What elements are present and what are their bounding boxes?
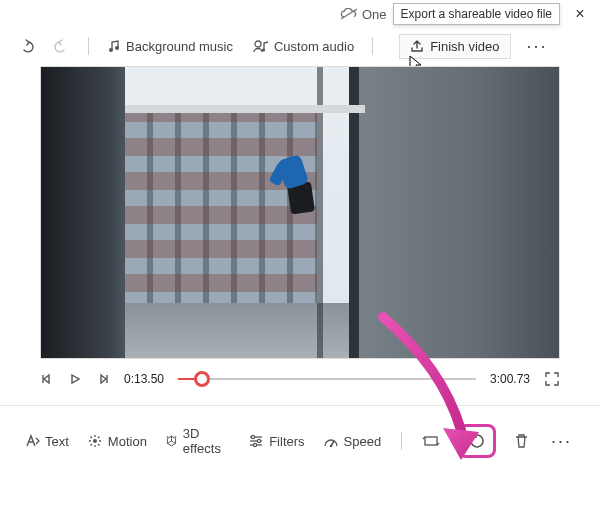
crop-button[interactable]	[422, 434, 440, 448]
svg-point-17	[329, 445, 332, 448]
rotate-button[interactable]	[458, 424, 496, 458]
undo-icon	[18, 38, 34, 54]
background-music-label: Background music	[126, 39, 233, 54]
speed-label: Speed	[344, 434, 382, 449]
svg-rect-18	[425, 437, 437, 445]
3d-effects-button[interactable]: 3D effects	[165, 426, 230, 456]
play-button[interactable]	[68, 372, 82, 386]
seek-handle[interactable]	[194, 371, 210, 387]
cloud-off-icon	[340, 8, 358, 20]
separator	[88, 37, 89, 55]
fullscreen-icon	[544, 371, 560, 387]
onedrive-label: One	[362, 7, 387, 22]
total-time: 3:00.73	[490, 372, 530, 386]
filters-button[interactable]: Filters	[248, 434, 304, 449]
custom-audio-icon	[253, 39, 269, 53]
export-icon	[410, 39, 424, 53]
previous-frame-button[interactable]	[40, 372, 54, 386]
speed-icon	[323, 434, 339, 448]
svg-point-4	[262, 48, 265, 51]
svg-point-8	[175, 436, 177, 438]
svg-point-9	[166, 436, 168, 438]
motion-button[interactable]: Motion	[87, 433, 147, 449]
redo-button[interactable]	[50, 34, 74, 58]
separator	[372, 37, 373, 55]
onedrive-status: One	[340, 7, 387, 22]
next-frame-icon	[96, 372, 110, 386]
motion-label: Motion	[108, 434, 147, 449]
playback-controls: 0:13.50 3:00.73	[0, 359, 600, 397]
speed-button[interactable]: Speed	[323, 434, 382, 449]
rotate-icon	[467, 431, 487, 451]
separator	[401, 432, 402, 450]
motion-icon	[87, 433, 103, 449]
svg-point-7	[93, 439, 97, 443]
filters-label: Filters	[269, 434, 304, 449]
svg-point-15	[254, 443, 257, 446]
toolbar-more-button[interactable]: ···	[523, 36, 552, 57]
crop-icon	[422, 434, 440, 448]
current-time: 0:13.50	[124, 372, 164, 386]
undo-button[interactable]	[14, 34, 38, 58]
seek-bar[interactable]	[178, 369, 476, 389]
text-label: Text	[45, 434, 69, 449]
video-preview[interactable]	[40, 66, 560, 359]
text-icon	[24, 434, 40, 448]
delete-button[interactable]	[514, 433, 529, 449]
fullscreen-button[interactable]	[544, 371, 560, 387]
next-frame-button[interactable]	[96, 372, 110, 386]
finish-video-label: Finish video	[430, 39, 499, 54]
text-button[interactable]: Text	[24, 434, 69, 449]
finish-video-button[interactable]: Finish video	[399, 34, 510, 59]
svg-point-3	[255, 41, 261, 47]
bottom-more-button[interactable]: ···	[547, 431, 576, 452]
redo-icon	[54, 38, 70, 54]
music-note-icon	[107, 39, 121, 53]
finish-video-tooltip: Export a shareable video file	[393, 3, 560, 25]
3d-effects-label: 3D effects	[183, 426, 230, 456]
custom-audio-label: Custom audio	[274, 39, 354, 54]
background-music-button[interactable]: Background music	[103, 35, 237, 58]
title-bar: One Export a shareable video file ×	[0, 0, 600, 28]
svg-point-13	[252, 435, 255, 438]
play-icon	[68, 372, 82, 386]
video-stage-wrap	[0, 64, 600, 359]
filters-icon	[248, 434, 264, 448]
svg-point-2	[115, 46, 119, 50]
top-toolbar: Background music Custom audio Finish vid…	[0, 28, 600, 64]
close-button[interactable]: ×	[566, 5, 594, 23]
svg-point-1	[109, 48, 113, 52]
prev-frame-icon	[40, 372, 54, 386]
trash-icon	[514, 433, 529, 449]
custom-audio-button[interactable]: Custom audio	[249, 35, 358, 58]
svg-point-14	[258, 439, 261, 442]
bottom-toolbar: Text Motion 3D effects Filters Speed ···	[0, 406, 600, 458]
3d-effects-icon	[165, 433, 178, 449]
